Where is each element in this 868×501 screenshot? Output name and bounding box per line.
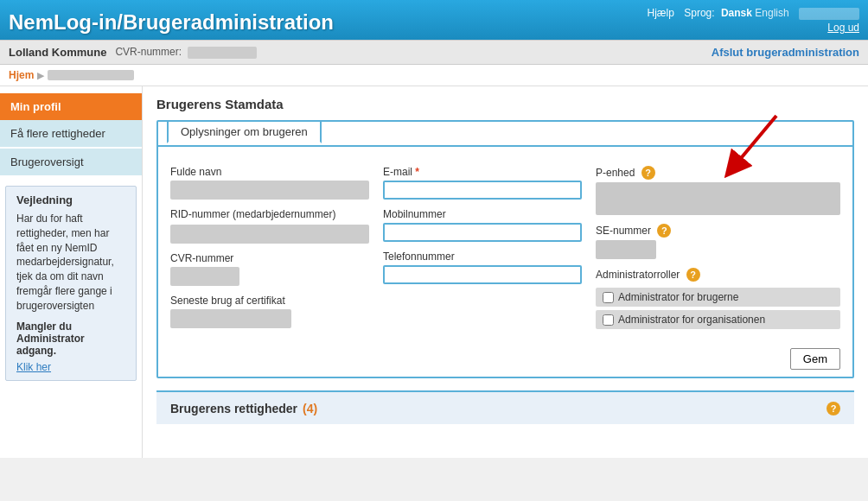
form-col-2: E-mail * Mobilnummer (383, 166, 582, 329)
rettigheder-count: (4) (303, 402, 317, 415)
lang-english[interactable]: English (755, 7, 788, 19)
form-body: Fulde navn RID-nummer (medarbjedernummer… (158, 157, 852, 341)
required-star: * (415, 166, 419, 178)
value-fulde-navn (170, 181, 369, 200)
cvr-value (188, 47, 257, 59)
input-email[interactable] (383, 181, 582, 200)
checkbox-admin-org[interactable]: Administrator for organisationen (596, 310, 840, 329)
header: NemLog-in/Brugeradministration Hjælp Spr… (0, 0, 868, 40)
breadcrumb: Hjem ▶ (0, 65, 868, 86)
sidebar-item-min-profil[interactable]: Min profil (0, 93, 142, 120)
vejledning-box: Vejledning Har du for haft rettigheder, … (5, 186, 137, 381)
afslut-button[interactable]: Afslut brugeradministration (712, 46, 859, 59)
form-col-1: Fulde navn RID-nummer (medarbjedernummer… (170, 166, 369, 329)
value-cvr (170, 267, 239, 286)
hjælp-link[interactable]: Hjælp (648, 7, 674, 19)
input-mobilnummer[interactable] (383, 223, 582, 242)
breadcrumb-home[interactable]: Hjem (9, 69, 34, 81)
label-mobilnummer: Mobilnummer (383, 208, 582, 220)
label-seneste: Seneste brug af certifikat (170, 295, 369, 307)
form-actions: Gem (158, 341, 852, 377)
sidebar: Min profil Få flere rettigheder Brugerov… (0, 86, 143, 458)
label-telefonnummer: Telefonnummer (383, 250, 582, 263)
checkbox-input-org[interactable] (603, 314, 614, 326)
klik-her-link[interactable]: Klik her (16, 361, 51, 373)
field-fulde-navn: Fulde navn (170, 166, 369, 200)
label-email: E-mail * (383, 166, 582, 178)
help-icon-se-nummer[interactable]: ? (657, 224, 671, 238)
field-administratorroller: Administratorroller ? Administrator for … (596, 268, 840, 329)
value-se-nummer (596, 240, 656, 259)
label-fulde-navn: Fulde navn (170, 166, 369, 178)
vejledning-text: Har du for haft rettigheder, men har fåe… (16, 212, 125, 314)
app-title: NemLog-in/Brugeradministration (9, 3, 334, 40)
value-rid (170, 225, 369, 244)
brugerens-rettigheder-title: Brugerens rettigheder (4) ? (170, 401, 840, 415)
form-panel: Oplysninger om brugeren Fulde navn (156, 120, 854, 378)
subheader-left: Lolland Kommune CVR-nummer: (9, 46, 257, 59)
checkbox-input-brugerne[interactable] (603, 292, 614, 303)
brugerens-stamdata-title: Brugerens Stamdata (156, 97, 854, 111)
org-name: Lolland Kommune (9, 46, 106, 59)
sidebar-item-brugeroversigt[interactable]: Brugeroversigt (0, 149, 142, 175)
label-adminroller: Administratorroller ? (596, 268, 840, 282)
breadcrumb-current (48, 70, 134, 80)
page-wrapper: NemLog-in/Brugeradministration Hjælp Spr… (0, 0, 868, 458)
field-seneste-brug: Seneste brug af certifikat (170, 295, 369, 328)
subheader: Lolland Kommune CVR-nummer: Afslut bruge… (0, 40, 868, 65)
mangler-label: Mangler du Administrator adgang. (16, 320, 125, 357)
label-rid: RID-nummer (medarbjedernummer) (170, 208, 369, 220)
header-right: Hjælp Sprog: Dansk English Log ud (648, 3, 859, 34)
field-rid-nummer: RID-nummer (medarbjedernummer) (170, 208, 369, 244)
field-se-nummer: SE-nummer ? (596, 224, 840, 259)
bottom-help: ? (823, 401, 840, 415)
logout-link[interactable]: Log ud (648, 22, 859, 34)
form-col-3: P-enhed ? SE-nummer ? (596, 166, 840, 329)
field-mobilnummer: Mobilnummer (383, 208, 582, 242)
help-icon-p-enhed[interactable]: ? (641, 166, 655, 180)
vejledning-title: Vejledning (16, 193, 125, 206)
label-se-nummer: SE-nummer ? (596, 224, 840, 238)
main-layout: Min profil Få flere rettigheder Brugerov… (0, 86, 868, 458)
sprog-label: Sprog: (684, 7, 714, 19)
checkbox-label-org: Administrator for organisationen (618, 314, 765, 326)
help-icon-rettigheder[interactable]: ? (827, 402, 840, 415)
form-panel-wrapper: Oplysninger om brugeren Fulde navn (156, 120, 854, 378)
content-area: Brugerens Stamdata Oplysninger om bruger… (143, 86, 868, 458)
bottom-section: Brugerens rettigheder (4) ? (156, 390, 854, 424)
lang-dansk[interactable]: Dansk (721, 7, 752, 19)
form-grid: Fulde navn RID-nummer (medarbjedernummer… (170, 166, 840, 329)
value-seneste (170, 309, 291, 328)
field-telefonnummer: Telefonnummer (383, 250, 582, 284)
checkbox-group: Administrator for brugerne Administrator… (596, 288, 840, 329)
tab-oplysninger[interactable]: Oplysninger om brugeren (167, 120, 322, 143)
label-p-enhed: P-enhed ? (596, 166, 840, 180)
gem-button[interactable]: Gem (790, 348, 840, 370)
input-telefonnummer[interactable] (383, 265, 582, 284)
sidebar-item-faa-flere[interactable]: Få flere rettigheder (0, 120, 142, 147)
field-p-enhed: P-enhed ? (596, 166, 840, 215)
checkbox-label-brugerne: Administrator for brugerne (618, 291, 738, 303)
value-p-enhed (596, 182, 840, 215)
cvr-label: CVR-nummer: (115, 46, 257, 59)
language-selector: Hjælp Sprog: Dansk English (648, 7, 859, 20)
rettigheder-label: Brugerens rettigheder (170, 402, 297, 415)
checkbox-admin-brugerne[interactable]: Administrator for brugerne (596, 288, 840, 307)
field-email: E-mail * (383, 166, 582, 200)
help-icon-adminroller[interactable]: ? (686, 268, 700, 282)
form-tabs: Oplysninger om brugeren (158, 122, 852, 147)
field-cvr-nummer: CVR-nummer (170, 252, 369, 286)
breadcrumb-arrow: ▶ (37, 70, 44, 81)
label-cvr: CVR-nummer (170, 252, 369, 264)
